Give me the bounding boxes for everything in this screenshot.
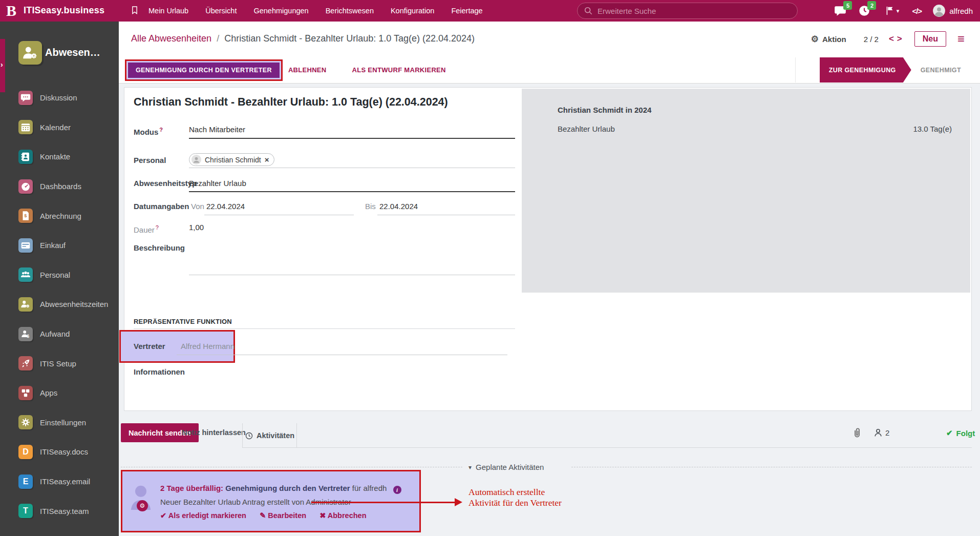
- activities-clock-icon[interactable]: 2: [858, 4, 871, 17]
- statusbar-divider: [795, 57, 796, 83]
- main-area: Alle Abwesenheiten / Christian Schmidt -…: [119, 22, 980, 536]
- date-to-value[interactable]: 22.04.2024: [379, 201, 418, 212]
- menu-konfiguration[interactable]: Konfiguration: [391, 7, 434, 15]
- pager-nav: < >: [889, 34, 902, 44]
- search-icon: [584, 6, 593, 15]
- mark-as-draft-button[interactable]: ALS ENTWURF MARKIEREN: [352, 66, 446, 74]
- search-bar[interactable]: [577, 3, 798, 19]
- status-step-zur-genehmigung[interactable]: ZUR GENEHMIGUNG: [820, 57, 911, 83]
- search-input[interactable]: [598, 7, 782, 15]
- main-menu: Mein Urlaub Übersicht Genehmigungen Beri…: [148, 0, 483, 22]
- bookmark-icon[interactable]: [130, 5, 140, 16]
- sidebar-item-einkauf[interactable]: Einkauf: [0, 231, 119, 260]
- following-button[interactable]: ✔ Folgt: [946, 428, 975, 438]
- team-letter-icon: T: [18, 504, 33, 518]
- modus-value[interactable]: Nach Mitarbeiter: [189, 125, 245, 135]
- pager-next-icon[interactable]: >: [897, 34, 902, 44]
- current-app-icon[interactable]: [18, 41, 42, 65]
- deputy-underline: [177, 355, 507, 355]
- employee-tag-remove-icon[interactable]: ×: [265, 155, 269, 164]
- sidebar-item-abwesenheitszeiten[interactable]: Abwesenheitszeiten: [0, 290, 119, 319]
- menu-feiertage[interactable]: Feiertage: [451, 7, 482, 15]
- svg-text:$: $: [24, 213, 27, 218]
- modus-help-icon[interactable]: ?: [159, 127, 163, 133]
- followers-button[interactable]: 2: [872, 427, 889, 438]
- attachment-paperclip-icon[interactable]: [851, 427, 863, 439]
- clock-icon: [245, 431, 253, 440]
- sidebar-item-itiseasy-email[interactable]: E ITISeasy.email: [0, 467, 119, 497]
- sidebar-item-label: Abwesenheitszeiten: [40, 300, 108, 308]
- menu-uebersicht[interactable]: Übersicht: [205, 7, 237, 15]
- developer-mode-icon[interactable]: </>: [912, 7, 922, 15]
- gauge-icon: [18, 179, 33, 194]
- user-menu[interactable]: alfredh: [932, 4, 973, 17]
- mark-done-button[interactable]: ✔ Als erledigt markieren: [160, 511, 246, 520]
- gear-icon: [18, 415, 33, 429]
- sidebar-item-abrechnung[interactable]: $ Abrechnung: [0, 201, 119, 231]
- deputy-value[interactable]: Alfred Hermann: [181, 341, 235, 352]
- svg-text:$: $: [27, 333, 29, 338]
- summary-amount: 13.0 Tag(e): [913, 125, 952, 133]
- messages-icon[interactable]: 5: [834, 4, 847, 17]
- flag-menu-icon[interactable]: ▾: [882, 4, 901, 17]
- modus-label: Modus?: [134, 125, 190, 137]
- employee-tag[interactable]: Christian Schmidt ×: [189, 153, 274, 166]
- description-label: Beschreibung: [134, 243, 190, 253]
- sidebar-item-diskussion[interactable]: Diskussion: [0, 83, 119, 113]
- annotation-note: Automatisch erstellte Aktivität für den …: [468, 487, 562, 508]
- planned-activities-toggle[interactable]: ▾ Geplante Aktivitäten: [468, 463, 544, 471]
- sidebar-item-einstellungen[interactable]: Einstellungen: [0, 408, 119, 438]
- duration-help-icon[interactable]: ?: [156, 224, 159, 231]
- sidebar-item-itiseasy-team[interactable]: T ITISeasy.team: [0, 496, 119, 526]
- menu-berichtswesen[interactable]: Berichtswesen: [326, 7, 374, 15]
- activities-tab[interactable]: Aktivitäten: [242, 423, 297, 448]
- information-label: Informationen: [134, 367, 190, 377]
- pager-prev-icon[interactable]: <: [889, 34, 894, 44]
- sidebar-item-kontakte[interactable]: Kontakte: [0, 142, 119, 172]
- breadcrumb: Alle Abwesenheiten / Christian Schmidt -…: [131, 22, 475, 55]
- sidebar-item-itis-setup[interactable]: ITIS Setup: [0, 348, 119, 378]
- refuse-button[interactable]: ABLEHNEN: [288, 66, 327, 74]
- sidebar-item-aufwand[interactable]: $ Aufwand: [0, 319, 119, 349]
- x-icon: ✖: [319, 511, 326, 520]
- sidebar-item-apps[interactable]: Apps: [0, 378, 119, 408]
- approve-by-deputy-button[interactable]: GENEHMIGUNG DURCH DEN VERTRETER: [128, 63, 280, 78]
- personal-label: Personal: [134, 155, 190, 166]
- breadcrumb-parent-link[interactable]: Alle Abwesenheiten: [131, 33, 211, 44]
- activity-annotation-highlight: ⚙ 2 Tage überfällig: Genehmigung durch d…: [121, 470, 421, 532]
- description-underline[interactable]: [189, 275, 515, 275]
- sidebar-item-kalender[interactable]: Kalender: [0, 113, 119, 142]
- new-record-button[interactable]: Neu: [914, 31, 946, 47]
- edit-activity-button[interactable]: ✎ Bearbeiten: [260, 511, 306, 520]
- status-step-genehmigt[interactable]: GENEHMIGT: [911, 57, 970, 83]
- summary-leave-type: Bezahlter Urlaub: [558, 125, 615, 133]
- sidebar-item-itiseasy-docs[interactable]: D ITISeasy.docs: [0, 437, 119, 467]
- section-title: REPRÄSENTATIVE FUNKTION: [134, 318, 232, 325]
- email-letter-icon: E: [18, 475, 33, 489]
- leave-summary-panel: Christian Schmidt in 2024 Bezahlter Urla…: [522, 89, 970, 293]
- date-from-value[interactable]: 22.04.2024: [206, 201, 245, 212]
- brand-logo[interactable]: B: [6, 2, 16, 19]
- record-title: Christian Schmidt - Bezahlter Urlaub: 1.…: [134, 96, 448, 109]
- chatter-divider: [242, 447, 972, 448]
- menu-mein-urlaub[interactable]: Mein Urlaub: [148, 7, 188, 15]
- control-panel: Alle Abwesenheiten / Christian Schmidt -…: [119, 22, 980, 84]
- menu-genehmigungen[interactable]: Genehmigungen: [253, 7, 308, 15]
- activity-headline: 2 Tage überfällig: Genehmigung durch den…: [160, 484, 401, 494]
- log-note-button[interactable]: Notiz hinterlassen: [182, 423, 246, 442]
- sidebar-item-dashboards[interactable]: Dashboards: [0, 172, 119, 201]
- sidebar-item-label: Apps: [40, 388, 57, 397]
- info-icon[interactable]: i: [393, 486, 401, 494]
- activity-assignee: für alfredh: [352, 484, 387, 492]
- cancel-activity-button[interactable]: ✖ Abbrechen: [319, 511, 366, 520]
- leave-type-label: Abwesenheitstyp: [134, 178, 190, 189]
- leave-type-value[interactable]: Bezahlter Urlaub: [189, 178, 246, 189]
- action-menu-button[interactable]: ⚙ Aktion: [811, 34, 846, 45]
- sidebar-item-personal[interactable]: Personal: [0, 260, 119, 290]
- people-icon: [18, 267, 33, 282]
- sidebar-item-label: Aufwand: [40, 329, 70, 338]
- sidebar-expand-icon[interactable]: ›: [1, 60, 3, 69]
- overdue-label: 2 Tage überfällig:: [160, 484, 223, 492]
- brand-name[interactable]: ITISeasy.business: [24, 5, 104, 16]
- hamburger-menu-icon[interactable]: ≡: [957, 34, 965, 44]
